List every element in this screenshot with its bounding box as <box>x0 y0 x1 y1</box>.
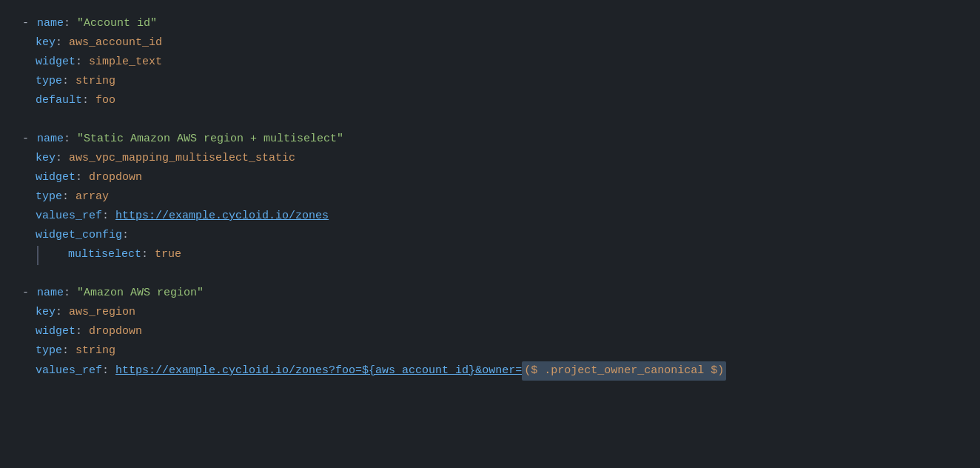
key-key-3: key <box>36 304 56 321</box>
line-aws-region-key: key: aws_region <box>22 304 958 323</box>
dash-2: - <box>22 130 36 148</box>
line-account-id-type: type: string <box>22 73 958 92</box>
colon-16: : <box>62 342 75 360</box>
line-aws-region-values-ref: values_ref: https://example.cycloid.io/z… <box>22 361 958 381</box>
key-name-2: name <box>37 130 64 148</box>
value-foo: foo <box>95 92 115 110</box>
line-account-id-key: key: aws_account_id <box>22 34 958 53</box>
line-static-type: type: array <box>22 188 958 207</box>
line-static-widget: widget: dropdown <box>22 169 958 188</box>
indent-12 <box>55 246 68 264</box>
blank-line-2 <box>22 265 958 284</box>
code-editor: - name: "Account id" key: aws_account_id… <box>22 15 958 453</box>
value-vpc-key: aws_vpc_mapping_multiselect_static <box>69 150 295 167</box>
key-multiselect: multiselect <box>68 246 141 264</box>
key-widget-1: widget <box>36 53 75 71</box>
colon-15: : <box>75 323 89 341</box>
key-default: default <box>36 92 82 110</box>
colon-17: : <box>102 362 115 380</box>
colon-11: : <box>122 227 129 244</box>
value-aws-region-name: "Amazon AWS region" <box>77 284 204 302</box>
colon-2: : <box>56 34 69 52</box>
indent-8 <box>22 169 36 187</box>
value-static-name: "Static Amazon AWS region + multiselect" <box>77 130 343 148</box>
indent-7 <box>22 150 36 167</box>
value-simple-text: simple_text <box>89 53 162 71</box>
colon-6: : <box>64 130 77 148</box>
indent-10 <box>22 207 36 225</box>
colon-13: : <box>64 284 77 302</box>
indent-15 <box>22 323 36 341</box>
line-aws-region-name: - name: "Amazon AWS region" <box>22 284 958 304</box>
colon-9: : <box>62 188 75 206</box>
value-string-2: string <box>75 342 115 360</box>
value-array: array <box>75 188 109 206</box>
key-widget-config: widget_config <box>36 227 122 244</box>
key-key-2: key <box>36 150 56 167</box>
line-account-id-default: default: foo <box>22 92 958 111</box>
colon-1: : <box>64 15 77 33</box>
colon-14: : <box>56 304 69 321</box>
value-aws-account-id: aws_account_id <box>69 34 162 52</box>
line-static-key: key: aws_vpc_mapping_multiselect_static <box>22 150 958 169</box>
indent-2 <box>22 34 36 52</box>
key-name-1: name <box>37 15 64 33</box>
line-aws-region-widget: widget: dropdown <box>22 323 958 342</box>
key-type-2: type <box>36 188 62 206</box>
colon-3: : <box>75 53 89 71</box>
colon-8: : <box>75 169 89 187</box>
dash-3: - <box>22 284 36 302</box>
key-values-ref-2: values_ref <box>36 362 102 380</box>
value-zones-link-1[interactable]: https://example.cycloid.io/zones <box>115 207 329 225</box>
line-widget-config: widget_config: <box>22 227 958 246</box>
line-static-name: - name: "Static Amazon AWS region + mult… <box>22 130 958 150</box>
line-account-id-name: - name: "Account id" <box>22 15 958 34</box>
colon-4: : <box>62 73 75 90</box>
key-widget-3: widget <box>36 323 75 341</box>
value-account-id: "Account id" <box>77 15 157 33</box>
key-type-3: type <box>36 342 62 360</box>
key-widget-2: widget <box>36 169 75 187</box>
line-aws-region-type: type: string <box>22 342 958 361</box>
line-account-id-widget: widget: simple_text <box>22 53 958 73</box>
indent-9 <box>22 188 36 206</box>
value-string-1: string <box>75 73 115 90</box>
dash-1: - <box>22 15 36 33</box>
indent-14 <box>22 304 36 321</box>
colon-7: : <box>56 150 69 167</box>
value-aws-region: aws_region <box>69 304 135 321</box>
line-multiselect: multiselect: true <box>37 246 958 265</box>
indent-17 <box>22 362 36 380</box>
key-key-1: key <box>36 34 56 52</box>
indent-11 <box>22 227 36 244</box>
key-type-1: type <box>36 73 62 90</box>
value-dropdown-1: dropdown <box>89 169 142 187</box>
value-template-expression: ($ .project_owner_canonical $) <box>522 361 726 381</box>
value-true: true <box>155 246 181 264</box>
key-name-3: name <box>37 284 64 302</box>
key-values-ref-1: values_ref <box>36 207 102 225</box>
value-dropdown-2: dropdown <box>89 323 142 341</box>
indent-4 <box>22 73 36 90</box>
indent-3 <box>22 53 36 71</box>
blank-line-1 <box>22 111 958 130</box>
colon-12: : <box>141 246 155 264</box>
colon-5: : <box>82 92 95 110</box>
indent-5 <box>22 92 36 110</box>
line-static-values-ref: values_ref: https://example.cycloid.io/z… <box>22 207 958 227</box>
value-zones-link-2[interactable]: https://example.cycloid.io/zones?foo=${a… <box>115 362 522 380</box>
colon-10: : <box>102 207 115 225</box>
indent-16 <box>22 342 36 360</box>
